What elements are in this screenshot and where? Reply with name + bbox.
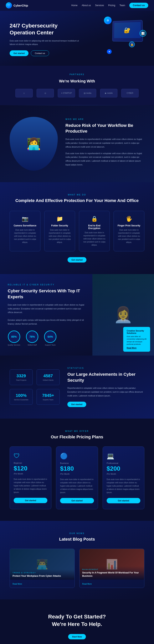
stat-skilled: 78% Skilled Staff: [26, 330, 38, 346]
who-para2: Duis aute irure dolor in reprehenderit i…: [65, 152, 144, 167]
floating-icon-1: ⚙: [104, 16, 112, 24]
what-we-do-section: WHAT WE DO Complete And Effective Protec…: [0, 182, 154, 274]
achievements-tag: STATISTICS: [67, 367, 144, 369]
service-desc-1: Duis aute irure dolor in reprehenderit i…: [13, 228, 37, 244]
pricing-tier-2: Business: [60, 462, 94, 464]
nav-services[interactable]: Services: [95, 4, 104, 7]
pricing-cta-3[interactable]: Get started: [107, 498, 140, 503]
achievements-cta-button[interactable]: Get started: [67, 402, 86, 407]
partner-logo-2: ◎: [37, 89, 54, 98]
blog-image-2: 📊 Management Security In A Fragment Worl…: [79, 549, 144, 580]
nav-logo: 🛡 CyberChip: [6, 2, 28, 8]
blog-category-2: Management: [82, 568, 141, 570]
pricing-per-1: /Per Month: [14, 473, 47, 475]
achievement-stat-2: 4587 Global Clients: [37, 369, 60, 385]
blog-read-more-1[interactable]: Read More: [13, 583, 22, 585]
nav-home[interactable]: Home: [71, 4, 78, 7]
what-we-do-tag: WHAT WE DO: [10, 194, 144, 196]
cta-title: Ready To Get Started? We're Here To Help…: [10, 613, 144, 628]
service-desc-4: Duis aute irure dolor in reprehenderit i…: [117, 228, 141, 244]
stat-circle-3: 64%: [44, 330, 56, 343]
achievement-number-2: 4587: [39, 374, 58, 378]
stat-label-1: Quality Services: [8, 344, 20, 346]
hero-content: 24/7 Cybersecurity Operation Center Duis…: [10, 22, 83, 56]
blog-card-1: 👨‍💻 Trend & Strategy Protect Your Workpl…: [10, 549, 75, 588]
pricing-section: WHAT WE OFFER Our Flexible Pricing Plans…: [0, 418, 154, 521]
floating-icon-2: 🔒: [129, 42, 135, 47]
laptop-shape: 🔐: [112, 20, 143, 42]
service-card-4: 🖐 Finger Print Security Duis aute irure …: [114, 211, 144, 251]
partners-title: We're Working With: [10, 79, 144, 84]
hero-contact-button[interactable]: Contact us: [31, 50, 49, 56]
pricing-cta-1[interactable]: Get started: [14, 498, 47, 503]
who-image: 👩‍💻: [10, 117, 58, 171]
partner-logo-5: ◉ mobile: [100, 89, 117, 98]
achievement-stat-4: 7845+ Experts Team: [37, 389, 60, 405]
blog-read-more-2[interactable]: Read More: [82, 583, 92, 585]
cyber-para2: Eenatur adejcit optio compu odit bepuda …: [8, 318, 85, 326]
pricing-icon-2: 🔵: [60, 452, 94, 460]
hero-buttons: Get started Contact us: [10, 50, 83, 56]
cyber-tag: RELIABLE IT & CYBER SECURITY: [8, 284, 85, 286]
service-title-1: Camera Surveillance: [13, 224, 37, 227]
pricing-price-3: $200: [107, 465, 140, 472]
service-title-3: End to End Encryption: [82, 224, 106, 230]
who-para1: Duis aute irure dolor in reprehenderit i…: [65, 138, 144, 149]
achievements-desc: Reprehenderit in voluptate velit esse ci…: [67, 386, 144, 398]
pricing-per-3: /Per Month: [107, 473, 140, 475]
pricing-icon-3: 💻: [107, 452, 140, 460]
solution-card-desc: Duis aute dolor sit consectetur adipisci…: [127, 335, 147, 346]
pricing-card-beginner: 🛡 Beginner $120 /Per Month Duis aute iru…: [10, 446, 51, 509]
who-content: WHO WE ARE Reduce Risk of Your Workflow …: [65, 118, 144, 170]
cyber-content: RELIABLE IT & CYBER SECURITY Cyber Secur…: [0, 274, 92, 356]
achievement-desc-3: Service Guarantee: [12, 399, 31, 401]
camera-icon: 📷: [13, 216, 37, 222]
what-we-do-cta-button[interactable]: Get started: [68, 257, 86, 262]
service-desc-2: Duis aute irure dolor in reprehenderit i…: [48, 228, 72, 244]
cyber-image: 👩‍💼 Creative Security Solutions Duis aut…: [92, 274, 154, 356]
blog-image-1: 👨‍💻 Trend & Strategy Protect Your Workpl…: [10, 549, 75, 580]
stat-circle-2: 78%: [26, 330, 38, 343]
achievement-number-3: 100%: [12, 393, 31, 398]
pricing-price-2: $180: [60, 465, 94, 472]
achievement-number-4: 7845+: [39, 393, 58, 398]
achievements-section: 3329 Total Projects 4587 Global Clients …: [0, 356, 154, 418]
partners-logos: ◇ ◎ ✦ STARTUP ▤ media ◉ mobile CYBER: [10, 89, 144, 98]
floating-icon-3: 📊: [139, 30, 146, 37]
service-card-1: 📷 Camera Surveillance Duis aute irure do…: [10, 211, 40, 251]
folder-icon: 📁: [48, 216, 72, 222]
achievement-stats: 3329 Total Projects 4587 Global Clients …: [10, 369, 60, 405]
who-title: Reduce Risk of Your Workflow Be Producti…: [65, 122, 144, 134]
cyber-stats: 85% Quality Services 78% Skilled Staff 6…: [8, 330, 85, 346]
blog-post-title-2: Security In A Fragment World Of Workload…: [82, 571, 141, 578]
hero-get-started-button[interactable]: Get started: [10, 50, 29, 56]
hero-section: 24/7 Cybersecurity Operation Center Duis…: [0, 11, 154, 66]
solution-card-link[interactable]: Read More: [127, 347, 147, 349]
who-tag: WHO WE ARE: [65, 118, 144, 120]
pricing-card-professional: 💻 Professional $200 /Per Month Duis aute…: [103, 446, 144, 509]
nav-contact-button[interactable]: Contact us: [129, 3, 148, 8]
nav-pricing[interactable]: Pricing: [108, 4, 115, 7]
blog-card-body-1: Read More: [10, 580, 75, 588]
logo-text: CyberChip: [14, 4, 28, 7]
pricing-cta-2[interactable]: Get started: [60, 498, 94, 503]
achievement-desc-4: Experts Team: [39, 399, 58, 401]
achievement-stat-1: 3329 Total Projects: [10, 369, 33, 385]
stat-support: 64% Support Team: [44, 330, 56, 346]
hero-illustration: 🔐 ⚙ 🔒 📊 ✦: [92, 14, 146, 57]
cta-start-button[interactable]: Start Now: [68, 634, 86, 640]
achievement-number-1: 3329: [12, 374, 31, 378]
nav-about[interactable]: About us: [82, 4, 91, 7]
pricing-desc-3: Duis aute irure dolor in reprehenderit i…: [107, 478, 140, 494]
who-we-are-section: 👩‍💻 WHO WE ARE Reduce Risk of Your Workf…: [0, 105, 154, 182]
pricing-desc-1: Duis aute irure dolor in reprehenderit i…: [14, 478, 47, 494]
who-image-inner: 👩‍💻: [10, 117, 58, 171]
partners-section: PARTNERS We're Working With ◇ ◎ ✦ STARTU…: [0, 66, 154, 105]
achievement-desc-1: Total Projects: [12, 379, 31, 381]
partner-logo-3: ✦ STARTUP: [58, 89, 75, 98]
pricing-icon-1: 🛡: [14, 452, 47, 460]
stat-quality: 85% Quality Services: [8, 330, 20, 346]
nav-links: Home About us Services Pricing Team Cont…: [71, 3, 148, 8]
stat-label-3: Support Team: [44, 344, 56, 346]
nav-team[interactable]: Team: [119, 4, 125, 7]
